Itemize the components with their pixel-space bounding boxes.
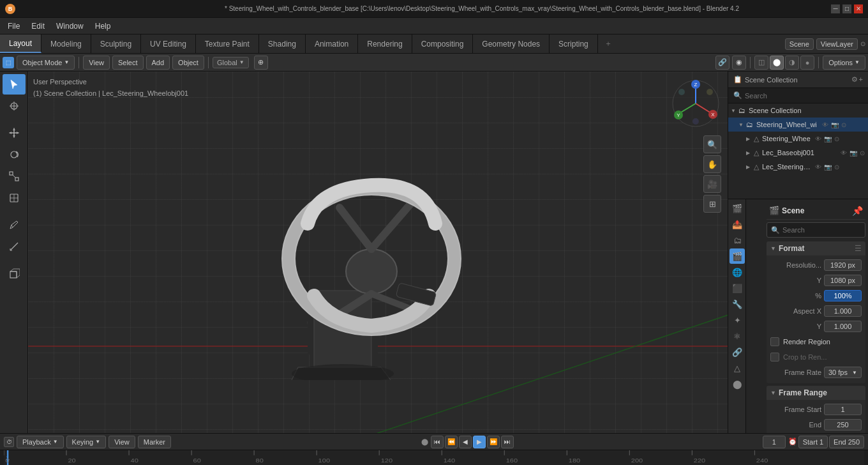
start-field[interactable]: Start 1 xyxy=(798,436,828,448)
wireframe-shading-button[interactable]: ◫ xyxy=(754,56,768,70)
outliner-filter-button[interactable]: ⚙ xyxy=(851,75,858,84)
view-button[interactable]: View xyxy=(83,56,110,70)
transform-orient-selector[interactable]: Global ▼ xyxy=(213,57,249,68)
camera-exclude-icon-3[interactable]: 📷 xyxy=(849,149,858,157)
select-tool-button[interactable] xyxy=(3,74,26,95)
view-layer-selector[interactable]: ViewLayer xyxy=(816,38,858,50)
format-menu-button[interactable]: ☰ xyxy=(855,244,862,253)
output-tab[interactable]: 📤 xyxy=(730,217,745,232)
outliner-search-input[interactable] xyxy=(745,92,863,100)
outliner-item-base[interactable]: ▶ △ Lec_Baseobj001 👁 📷 ⊙ xyxy=(728,146,868,160)
modifier-tab[interactable]: 🔧 xyxy=(730,296,745,312)
scene-selector[interactable]: Scene xyxy=(785,38,814,50)
viewport[interactable]: User Perspective (1) Scene Collection | … xyxy=(28,72,728,433)
menu-help[interactable]: Help xyxy=(90,20,116,32)
jump-end-button[interactable]: ⏭ xyxy=(501,436,514,448)
options-button[interactable]: Options ▼ xyxy=(823,56,865,70)
render-icon[interactable]: ⊙ xyxy=(841,121,847,129)
snap-button[interactable]: 🔗 xyxy=(715,56,730,70)
play-back-button[interactable]: ◀ xyxy=(459,436,472,448)
aspect-x-value[interactable]: 1.000 xyxy=(824,305,862,317)
outliner-item-steering-collection[interactable]: ▼ 🗂 Steering_Wheel_wi 👁 📷 ⊙ xyxy=(728,118,868,132)
close-button[interactable]: ✕ xyxy=(854,4,863,13)
tab-geometry-nodes[interactable]: Geometry Nodes xyxy=(473,34,550,53)
camera-exclude-icon[interactable]: 📷 xyxy=(830,121,839,129)
menu-window[interactable]: Window xyxy=(51,20,89,32)
material-preview-button[interactable]: ◑ xyxy=(785,56,799,70)
menu-edit[interactable]: Edit xyxy=(26,20,50,32)
tab-uv-editing[interactable]: UV Editing xyxy=(141,34,196,53)
outliner-add-button[interactable]: + xyxy=(859,75,863,84)
keying-button[interactable]: Keying ▼ xyxy=(66,436,107,448)
visibility-icon-3[interactable]: 👁 xyxy=(840,149,848,157)
step-back-button[interactable]: ⏪ xyxy=(445,436,458,448)
physics-tab[interactable]: ⚛ xyxy=(730,328,745,344)
outliner-item-lec-steering[interactable]: ▶ △ Lec_Steering_Whee 👁 📷 ⊙ xyxy=(728,160,868,174)
camera-button[interactable]: 🎥 xyxy=(703,175,721,193)
rendered-shading-button[interactable]: ● xyxy=(800,56,814,70)
resolution-y-value[interactable]: 1080 px xyxy=(824,275,862,286)
timeline-track[interactable]: 1 0 20 40 60 80 100 120 140 160 180 200 xyxy=(4,450,864,465)
frame-rate-value[interactable]: 30 fps ▼ xyxy=(824,367,862,378)
frame-range-header[interactable]: ▼ Frame Range xyxy=(767,386,865,400)
frame-end-value[interactable]: 250 xyxy=(824,419,862,431)
cursor-button[interactable] xyxy=(3,96,26,116)
end-field[interactable]: End 250 xyxy=(829,436,864,448)
visibility-icon-4[interactable]: 👁 xyxy=(814,163,822,171)
resolution-x-value[interactable]: 1920 px xyxy=(824,259,862,271)
view-layer-tab[interactable]: 🗂 xyxy=(730,232,745,248)
proportional-edit-button[interactable]: ◉ xyxy=(732,56,746,70)
minimize-button[interactable]: ─ xyxy=(831,4,840,13)
move-tool-button[interactable] xyxy=(3,123,26,143)
visibility-icon[interactable]: 👁 xyxy=(821,121,829,129)
solid-shading-button[interactable]: ⬤ xyxy=(770,56,784,70)
material-tab[interactable]: ⬤ xyxy=(730,376,745,392)
pin-button[interactable]: 📌 xyxy=(852,206,863,216)
tab-shading[interactable]: Shading xyxy=(259,34,306,53)
zoom-button[interactable]: 🔍 xyxy=(703,135,721,153)
constraints-tab[interactable]: 🔗 xyxy=(730,344,745,360)
playback-button[interactable]: Playback ▼ xyxy=(17,436,64,448)
outliner-item-scene-collection[interactable]: ▼ 🗂 Scene Collection xyxy=(728,103,868,118)
render-region-checkbox[interactable] xyxy=(770,337,779,346)
particles-tab[interactable]: ✦ xyxy=(730,312,745,328)
navigation-gizmo[interactable]: Z X Y xyxy=(670,78,721,129)
frame-start-value[interactable]: 1 xyxy=(824,404,862,415)
add-button[interactable]: Add xyxy=(146,56,170,70)
data-tab[interactable]: △ xyxy=(730,360,745,376)
play-button[interactable]: ▶ xyxy=(473,436,486,448)
tab-compositing[interactable]: Compositing xyxy=(412,34,474,53)
tab-scripting[interactable]: Scripting xyxy=(550,34,598,53)
annotate-tool-button[interactable] xyxy=(3,215,26,235)
render-icon-2[interactable]: ⊙ xyxy=(834,135,840,143)
add-cube-button[interactable] xyxy=(3,263,26,284)
marker-button[interactable]: Marker xyxy=(138,436,171,448)
tab-add-button[interactable]: ＋ xyxy=(598,34,618,53)
select-button[interactable]: Select xyxy=(112,56,144,70)
visibility-icon-2[interactable]: 👁 xyxy=(814,135,822,143)
measure-tool-button[interactable] xyxy=(3,236,26,257)
render-icon-4[interactable]: ⊙ xyxy=(834,163,840,171)
pivot-btn[interactable]: ⊕ xyxy=(254,56,268,70)
outliner-item-steering-mesh[interactable]: ▶ △ Steering_Whee 👁 📷 ⊙ xyxy=(728,132,868,146)
autokey-button[interactable]: ⬤ xyxy=(419,437,430,447)
format-section-header[interactable]: ▼ Format ☰ xyxy=(767,241,865,255)
transform-tool-button[interactable] xyxy=(3,188,26,208)
rotate-tool-button[interactable] xyxy=(3,144,26,165)
tab-texture-paint[interactable]: Texture Paint xyxy=(196,34,259,53)
resolution-pct-value[interactable]: 100% xyxy=(824,290,862,301)
object-mode-button[interactable]: Object Mode ▼ xyxy=(17,56,75,70)
current-frame-display[interactable]: 1 xyxy=(763,436,786,448)
props-search-input[interactable] xyxy=(782,226,868,234)
render-tab[interactable]: 🎬 xyxy=(730,201,745,216)
crop-checkbox[interactable] xyxy=(770,353,779,362)
menu-file[interactable]: File xyxy=(3,20,25,32)
object-button[interactable]: Object xyxy=(172,56,204,70)
pan-button[interactable]: ✋ xyxy=(703,155,721,173)
render-icon-3[interactable]: ⊙ xyxy=(859,149,865,157)
scale-tool-button[interactable] xyxy=(3,166,26,187)
tab-rendering[interactable]: Rendering xyxy=(358,34,412,53)
editor-type-icon[interactable]: ⬚ xyxy=(3,57,14,68)
jump-start-button[interactable]: ⏮ xyxy=(431,436,444,448)
step-forward-button[interactable]: ⏩ xyxy=(487,436,500,448)
